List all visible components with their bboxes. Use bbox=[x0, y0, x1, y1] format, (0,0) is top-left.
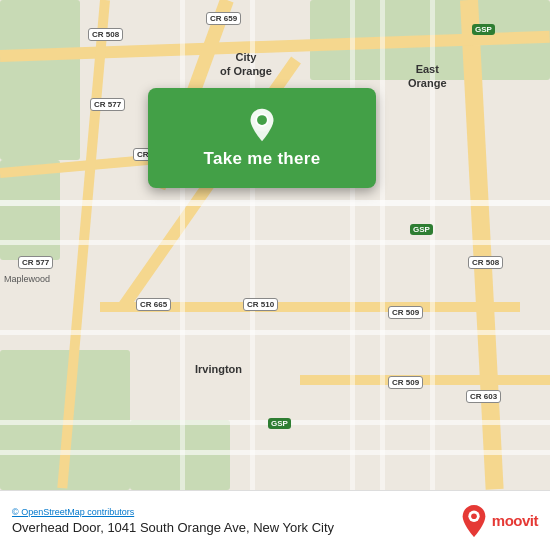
street-v3 bbox=[350, 0, 355, 490]
street-h5 bbox=[0, 450, 550, 455]
street-v1 bbox=[180, 0, 185, 490]
badge-cr508: CR 508 bbox=[88, 28, 123, 41]
road-cr509 bbox=[300, 375, 550, 385]
place-city-of-orange: Cityof Orange bbox=[220, 50, 272, 79]
green-area-1 bbox=[0, 0, 80, 160]
badge-cr508b: CR 508 bbox=[468, 256, 503, 269]
street-v4 bbox=[380, 0, 385, 490]
moovit-logo: moovit bbox=[460, 504, 538, 538]
bottom-left-info: © OpenStreetMap contributors Overhead Do… bbox=[12, 507, 334, 535]
take-me-there-label: Take me there bbox=[204, 149, 321, 169]
svg-point-4 bbox=[471, 513, 477, 519]
badge-cr510: CR 510 bbox=[243, 298, 278, 311]
place-maplewood: Maplewood bbox=[4, 274, 50, 286]
badge-cr577b: CR 577 bbox=[18, 256, 53, 269]
badge-cr577a: CR 577 bbox=[90, 98, 125, 111]
badge-cr509a: CR 509 bbox=[388, 306, 423, 319]
location-pin-icon bbox=[244, 107, 280, 143]
moovit-text: moovit bbox=[492, 512, 538, 529]
street-h3 bbox=[0, 330, 550, 335]
openstreetmap-credit: © OpenStreetMap contributors bbox=[12, 507, 334, 517]
address-text: Overhead Door, 1041 South Orange Ave, Ne… bbox=[12, 520, 334, 535]
street-h1 bbox=[0, 200, 550, 206]
place-irvington: Irvington bbox=[195, 362, 242, 376]
take-me-there-card[interactable]: Take me there bbox=[148, 88, 376, 188]
badge-cr603: CR 603 bbox=[466, 390, 501, 403]
map-container: Cityof Orange EastOrange Maplewood Irvin… bbox=[0, 0, 550, 490]
moovit-pin-icon bbox=[460, 504, 488, 538]
street-h2 bbox=[0, 240, 550, 245]
badge-cr509b: CR 509 bbox=[388, 376, 423, 389]
badge-gsp1: GSP bbox=[472, 24, 495, 35]
bottom-bar: © OpenStreetMap contributors Overhead Do… bbox=[0, 490, 550, 550]
badge-cr665: CR 665 bbox=[136, 298, 171, 311]
svg-point-2 bbox=[257, 115, 267, 125]
place-east-orange: EastOrange bbox=[408, 62, 447, 91]
badge-cr659: CR 659 bbox=[206, 12, 241, 25]
badge-gsp2: GSP bbox=[410, 224, 433, 235]
badge-gsp3: GSP bbox=[268, 418, 291, 429]
